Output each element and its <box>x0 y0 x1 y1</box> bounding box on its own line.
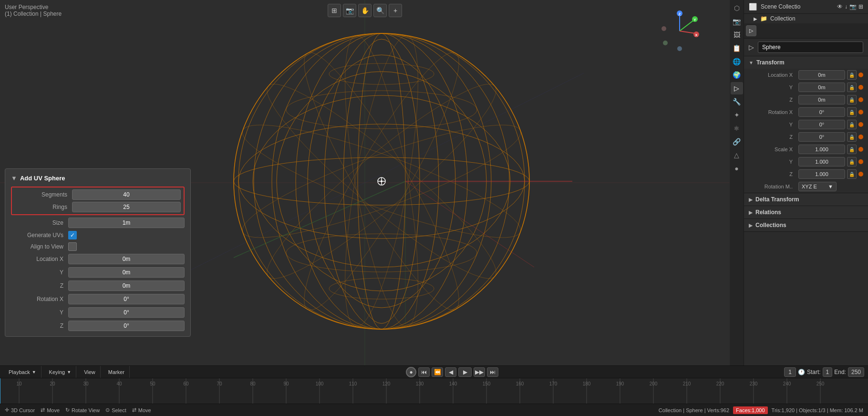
prop-location-z-lock[interactable]: 🔒 <box>847 95 857 104</box>
svg-text:70: 70 <box>217 381 222 386</box>
rings-field[interactable]: 25 <box>72 202 181 212</box>
prop-rotation-y-value[interactable]: 0° <box>798 120 845 129</box>
collection-item[interactable]: ▶ 📁 Collection <box>744 14 868 23</box>
constraints-icon[interactable]: 🔗 <box>731 135 743 148</box>
grid-view-btn[interactable]: ⊞ <box>328 4 341 17</box>
play-forward-btn[interactable]: ▶▶ <box>474 367 485 377</box>
keying-menu[interactable]: Keying ▼ <box>44 366 77 378</box>
collection-expand-icon[interactable]: ▶ <box>754 16 757 21</box>
prop-rotation-mode-dropdown[interactable]: XYZ E ▼ <box>798 182 837 191</box>
prop-scale-y-value[interactable]: 1.000 <box>798 157 845 166</box>
viewport[interactable]: User Perspective (1) Collection | Sphere… <box>0 0 730 365</box>
location-x-field[interactable]: 0m <box>68 254 185 264</box>
segments-row: Segments 40 <box>12 188 184 201</box>
prop-location-y-value[interactable]: 0m <box>798 83 845 92</box>
size-row: Size 1m <box>5 216 190 229</box>
prop-location-x-lock[interactable]: 🔒 <box>847 70 857 80</box>
output-icon[interactable]: 🖼 <box>731 29 743 41</box>
end-frame[interactable]: 250 <box>848 367 864 377</box>
particles-icon[interactable]: ✦ <box>731 109 743 121</box>
prop-location-x-dot[interactable] <box>858 73 863 77</box>
prop-rotation-x-value[interactable]: 0° <box>798 107 845 117</box>
generate-uvs-checkbox[interactable]: ✓ <box>68 231 77 239</box>
location-z-field[interactable]: 0m <box>68 281 185 291</box>
nav-gizmo[interactable]: Z Y X <box>658 10 701 52</box>
camera-btn[interactable]: 📷 <box>343 4 356 17</box>
search-btn[interactable]: 🔍 <box>373 4 387 17</box>
prop-rotation-z-dot[interactable] <box>858 135 863 139</box>
object-icon[interactable]: ▷ <box>731 82 743 94</box>
transform-section-header[interactable]: ▼ Transform <box>744 56 868 69</box>
render-toggle-icon[interactable]: 📷 <box>849 3 857 10</box>
render-icon[interactable]: 📷 <box>731 15 743 28</box>
align-to-view-checkbox[interactable] <box>68 242 77 251</box>
rotation-z-field[interactable]: 0° <box>68 321 185 331</box>
marker-menu[interactable]: Marker <box>103 366 130 378</box>
prop-rotation-z-value[interactable]: 0° <box>798 132 845 142</box>
segments-field[interactable]: 40 <box>72 189 181 200</box>
relations-section-header[interactable]: ▶ Relations <box>744 206 868 218</box>
prop-rotation-x-lock[interactable]: 🔒 <box>847 107 857 117</box>
play-btn[interactable]: ▶ <box>458 367 472 377</box>
view-menu[interactable]: View <box>79 366 101 378</box>
object-name-input[interactable] <box>758 42 863 53</box>
prop-scale-z-value[interactable]: 1.000 <box>798 169 845 179</box>
tab-object[interactable]: ▷ <box>746 25 756 36</box>
delta-transform-section-header[interactable]: ▶ Delta Transform <box>744 193 868 206</box>
scene2-icon[interactable]: 🌐 <box>731 55 743 68</box>
prop-scale-x-dot[interactable] <box>858 147 863 152</box>
prop-scale-x-value[interactable]: 1.000 <box>798 145 845 154</box>
prop-scale-y-dot[interactable] <box>858 159 863 164</box>
panel-collapse-icon[interactable]: ▼ <box>11 175 17 182</box>
timeline-track[interactable]: 10 20 30 40 50 60 70 80 90 100 <box>0 378 868 404</box>
prop-rotation-z-lock[interactable]: 🔒 <box>847 132 857 142</box>
start-frame[interactable]: 1 <box>823 367 833 377</box>
rotation-z-label: Z <box>11 322 68 329</box>
start-label: Start: <box>807 369 821 375</box>
prop-location-x-value[interactable]: 0m <box>798 70 845 80</box>
scene-collection-expand-icon[interactable]: ⬜ <box>749 3 757 10</box>
scene-collection-header: ⬜ Scene Collectio 👁 ↓ 📷 ⊞ <box>744 0 868 14</box>
rotate-status-icon: ↻ <box>65 407 70 413</box>
prop-rotation-y-dot[interactable] <box>858 122 863 127</box>
data-icon[interactable]: △ <box>731 149 743 161</box>
eye-icon[interactable]: 👁 <box>837 3 843 10</box>
material-icon[interactable]: ● <box>731 162 743 175</box>
prop-location-z-value[interactable]: 0m <box>798 95 845 104</box>
prop-rotation-x-dot[interactable] <box>858 110 863 114</box>
prop-location-y-lock[interactable]: 🔒 <box>847 83 857 92</box>
scene-icon[interactable]: ⬡ <box>731 2 743 14</box>
move-status-label: Move <box>47 407 60 413</box>
grid-icon[interactable]: ⊞ <box>858 3 863 10</box>
hand-btn[interactable]: ✋ <box>358 4 372 17</box>
prop-scale-x-lock[interactable]: 🔒 <box>847 145 857 154</box>
prop-location-z-dot[interactable] <box>858 97 863 102</box>
size-field[interactable]: 1m <box>68 218 185 228</box>
prop-rotation-x-label: Rotation X <box>749 109 796 115</box>
svg-text:50: 50 <box>150 381 155 386</box>
plus-btn[interactable]: + <box>389 4 402 17</box>
physics-icon[interactable]: ⚛ <box>731 122 743 135</box>
collections-section-header[interactable]: ▶ Collections <box>744 219 868 231</box>
prop-scale-z-lock[interactable]: 🔒 <box>847 169 857 179</box>
record-btn[interactable]: ● <box>406 367 416 377</box>
step-back-btn[interactable]: ⏪ <box>432 367 443 377</box>
prop-scale-y-lock[interactable]: 🔒 <box>847 157 857 166</box>
prop-rotation-x-row: Rotation X 0° 🔒 <box>744 106 868 118</box>
play-back-btn[interactable]: ◀ <box>445 367 456 377</box>
playback-menu[interactable]: Playback ▼ <box>4 366 41 378</box>
svg-point-47 <box>663 41 668 45</box>
cursor-icon[interactable]: ↓ <box>845 3 847 10</box>
world-icon[interactable]: 🌍 <box>731 69 743 81</box>
jump-start-btn[interactable]: ⏮ <box>418 367 430 377</box>
rotation-y-field[interactable]: 0° <box>68 307 185 318</box>
rotation-x-field[interactable]: 0° <box>68 294 185 304</box>
prop-location-y-dot[interactable] <box>858 85 863 90</box>
prop-scale-z-dot[interactable] <box>858 172 863 177</box>
modifier-icon[interactable]: 🔧 <box>731 95 743 108</box>
prop-rotation-y-lock[interactable]: 🔒 <box>847 120 857 129</box>
location-y-field[interactable]: 0m <box>68 267 185 278</box>
view-layer-icon[interactable]: 📋 <box>731 42 743 54</box>
current-frame[interactable]: 1 <box>784 367 796 377</box>
jump-end-btn[interactable]: ⏭ <box>487 367 498 377</box>
